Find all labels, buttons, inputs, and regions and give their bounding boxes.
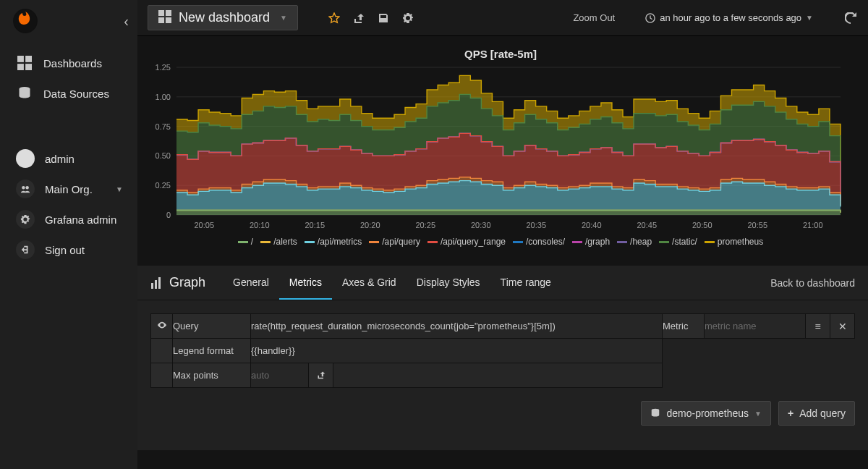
sidebar-item-datasources[interactable]: Data Sources — [0, 78, 137, 109]
signout-label: Sign out — [45, 244, 85, 256]
svg-point-7 — [25, 186, 28, 189]
dashboard-picker-button[interactable]: New dashboard ▼ — [148, 5, 298, 30]
svg-text:0.50: 0.50 — [156, 151, 171, 160]
svg-rect-37 — [151, 283, 153, 289]
star-icon[interactable] — [327, 11, 341, 25]
legend-swatch — [427, 241, 438, 243]
legend-format-input[interactable] — [251, 345, 662, 356]
sidebar-item-dashboards[interactable]: Dashboards — [0, 48, 137, 78]
chart-area[interactable]: 00.250.500.751.001.2520:0520:1020:1520:2… — [150, 64, 845, 232]
datasource-name: demo-prometheus — [666, 407, 749, 419]
svg-point-6 — [22, 186, 25, 189]
editor-tabs: Graph GeneralMetricsAxes & GridDisplay S… — [137, 266, 868, 300]
legend-item[interactable]: /api/metrics — [305, 237, 362, 247]
svg-text:0: 0 — [166, 211, 171, 219]
svg-rect-38 — [155, 280, 157, 289]
refresh-icon[interactable] — [843, 11, 858, 25]
dashboards-icon — [16, 55, 33, 71]
svg-rect-11 — [166, 17, 171, 23]
legend-item[interactable]: /heap — [617, 237, 652, 247]
settings-icon[interactable] — [401, 11, 415, 25]
chart-legend: //alerts/api/metrics/api/query/api/query… — [146, 232, 855, 248]
grafana-logo[interactable] — [13, 9, 38, 33]
svg-text:20:05: 20:05 — [194, 221, 214, 229]
plus-icon: + — [788, 407, 793, 419]
max-points-input[interactable] — [251, 370, 308, 381]
svg-text:1.00: 1.00 — [156, 93, 171, 101]
svg-rect-4 — [25, 64, 32, 70]
query-input[interactable] — [251, 321, 662, 331]
time-range-label: an hour ago to a few seconds ago — [660, 12, 801, 23]
zoom-out-button[interactable]: Zoom Out — [573, 12, 615, 23]
svg-text:20:45: 20:45 — [637, 221, 657, 229]
user-name: admin — [45, 153, 75, 165]
svg-rect-10 — [158, 17, 164, 23]
svg-rect-8 — [158, 10, 164, 16]
main: New dashboard ▼ Zoom Out an hour ago to … — [137, 0, 868, 469]
sidebar-collapse-icon[interactable]: ‹ — [124, 13, 129, 30]
sidebar-item-label: Dashboards — [43, 57, 102, 69]
caret-down-icon: ▼ — [277, 14, 287, 22]
svg-text:20:40: 20:40 — [582, 221, 602, 229]
sidebar-org-switcher[interactable]: Main Org. ▼ — [0, 174, 137, 204]
svg-text:20:35: 20:35 — [526, 221, 546, 229]
legend-item[interactable]: / — [238, 237, 253, 247]
legend-swatch — [369, 241, 379, 243]
gear-icon — [16, 210, 35, 229]
sidebar-admin[interactable]: Grafana admin — [0, 204, 137, 234]
legend-item[interactable]: /api/query — [369, 237, 420, 247]
editor-tab-time-range[interactable]: Time range — [490, 266, 561, 300]
grid-icon — [158, 10, 171, 25]
caret-down-icon: ▼ — [806, 14, 813, 22]
sidebar: ‹ DashboardsData Sources admin Main Org.… — [0, 0, 137, 469]
svg-rect-2 — [25, 56, 32, 62]
query-menu-icon[interactable]: ≡ — [806, 314, 830, 339]
sidebar-user[interactable]: admin — [0, 143, 137, 174]
legend-item[interactable]: /api/query_range — [427, 237, 506, 247]
panel: QPS [rate-5m] 00.250.500.751.001.2520:05… — [137, 36, 868, 248]
time-range-picker[interactable]: an hour ago to a few seconds ago ▼ — [645, 12, 813, 23]
signout-icon — [16, 240, 35, 259]
legend-item[interactable]: /consoles/ — [513, 237, 565, 247]
legend-item[interactable]: prometheus — [705, 237, 763, 247]
legend-swatch — [238, 241, 248, 243]
svg-text:1.25: 1.25 — [156, 64, 171, 72]
svg-text:0.25: 0.25 — [156, 181, 171, 190]
editor-tab-metrics[interactable]: Metrics — [279, 266, 332, 300]
sidebar-signout[interactable]: Sign out — [0, 234, 137, 265]
editor-tab-general[interactable]: General — [223, 266, 279, 300]
query-visibility-toggle[interactable] — [151, 314, 173, 339]
legend-swatch — [513, 241, 523, 243]
panel-type-label: Graph — [150, 275, 205, 290]
editor-tab-display-styles[interactable]: Display Styles — [407, 266, 490, 300]
legend-item[interactable]: /static/ — [659, 237, 697, 247]
svg-rect-3 — [17, 64, 24, 70]
metric-label: Metric — [663, 314, 705, 339]
share-icon[interactable] — [352, 11, 366, 25]
legend-swatch — [705, 241, 715, 243]
svg-rect-1 — [17, 56, 24, 62]
database-icon — [650, 408, 660, 418]
back-to-dashboard-link[interactable]: Back to dashboard — [770, 277, 855, 289]
dashboard-title: New dashboard — [179, 10, 270, 25]
svg-text:21:00: 21:00 — [803, 221, 823, 229]
admin-label: Grafana admin — [45, 214, 116, 226]
max-points-share-icon[interactable] — [309, 363, 333, 388]
metric-input[interactable] — [705, 321, 805, 331]
legend-item[interactable]: /graph — [572, 237, 610, 247]
query-remove-icon[interactable]: ✕ — [830, 314, 855, 339]
datasource-picker[interactable]: demo-prometheus ▼ — [641, 401, 771, 426]
svg-rect-9 — [166, 10, 171, 16]
caret-down-icon: ▼ — [754, 410, 762, 418]
caret-down-icon: ▼ — [116, 185, 123, 193]
add-query-button[interactable]: + Add query — [778, 401, 855, 426]
query-label: Query — [173, 314, 251, 339]
legend-item[interactable]: /alerts — [260, 237, 297, 247]
editor-tab-axes-grid[interactable]: Axes & Grid — [332, 266, 407, 300]
user-avatar-icon — [16, 149, 35, 168]
legend-swatch — [260, 241, 271, 243]
save-icon[interactable] — [376, 11, 391, 25]
svg-rect-39 — [158, 277, 161, 289]
query-table: Query Metric ≡ ✕ Legend format — [150, 313, 855, 388]
svg-text:20:20: 20:20 — [360, 221, 380, 229]
